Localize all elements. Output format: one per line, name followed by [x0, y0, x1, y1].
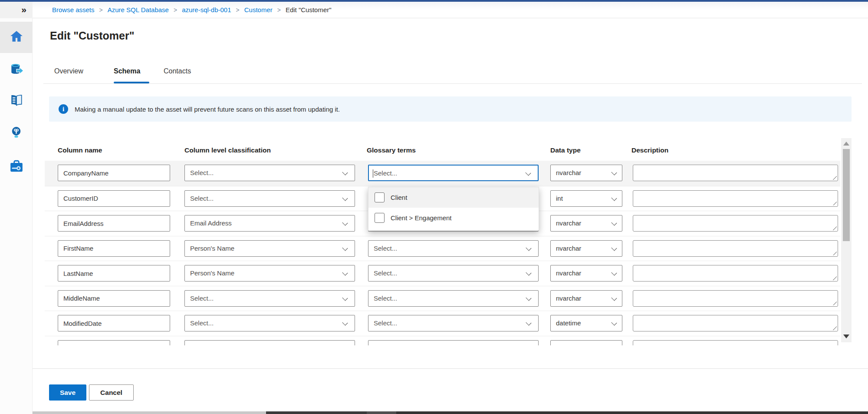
description-textarea[interactable]	[633, 290, 838, 307]
nav-item-home[interactable]	[0, 22, 33, 53]
chevron-down-icon	[526, 295, 531, 301]
data-type-select[interactable]	[550, 340, 622, 346]
glossary-option-client-engagement[interactable]: Client > Engagement	[368, 208, 539, 228]
info-banner: i Making a manual update to the asset wi…	[49, 96, 852, 122]
nav-expand-button[interactable]: »	[0, 2, 33, 18]
taskbar-sliver	[367, 411, 396, 414]
header-glossary-terms: Glossary terms	[367, 146, 416, 154]
column-name-input[interactable]	[58, 190, 170, 207]
classification-select[interactable]: Select...	[184, 190, 355, 207]
glossary-select[interactable]: Select...	[368, 315, 539, 331]
glossary-select[interactable]	[368, 340, 539, 346]
column-name-input[interactable]	[58, 340, 170, 346]
checkbox[interactable]	[375, 192, 385, 202]
glossary-select[interactable]: Select...	[368, 240, 539, 257]
chevron-down-icon	[611, 320, 617, 325]
breadcrumb-link-azure-sql-db-001[interactable]: azure-sql-db-001	[182, 6, 231, 13]
nav-item-management[interactable]	[0, 154, 33, 180]
lightbulb-icon	[10, 126, 23, 142]
data-type-select[interactable]: nvarchar	[550, 240, 622, 257]
chevron-down-icon	[526, 245, 531, 251]
open-book-icon	[9, 93, 24, 109]
column-name-input[interactable]	[58, 290, 170, 307]
column-name-input[interactable]	[58, 240, 170, 257]
table-row: Person's Name Select... nvarchar	[45, 261, 840, 286]
data-type-select[interactable]: int	[550, 190, 622, 207]
description-textarea[interactable]	[633, 265, 838, 282]
tab-contacts[interactable]: Contacts	[164, 67, 191, 82]
chevron-down-icon	[342, 245, 348, 251]
tabs-divider	[43, 83, 862, 84]
tab-overview[interactable]: Overview	[54, 67, 83, 82]
glossary-option-label: Client > Engagement	[391, 214, 452, 222]
chevron-down-icon	[611, 220, 617, 225]
chevron-down-icon	[611, 295, 617, 301]
glossary-dropdown-panel: Client Client > Engagement	[368, 187, 539, 231]
chevron-down-icon	[342, 169, 348, 175]
cancel-button[interactable]: Cancel	[89, 384, 134, 401]
description-textarea[interactable]	[633, 190, 838, 207]
toolbox-icon	[9, 159, 24, 175]
header-data-type: Data type	[550, 146, 581, 154]
column-name-input[interactable]	[58, 265, 170, 282]
data-type-select[interactable]: nvarchar	[550, 165, 622, 181]
scroll-up-arrow-icon[interactable]	[843, 142, 849, 146]
nav-item-glossary[interactable]	[0, 88, 33, 114]
scrollbar-thumb[interactable]	[843, 149, 850, 241]
breadcrumb-link-browse-assets[interactable]: Browse assets	[52, 6, 95, 13]
checkbox[interactable]	[375, 213, 385, 223]
database-arrow-icon	[9, 62, 24, 79]
glossary-select[interactable]: Select...	[368, 290, 539, 307]
table-row: Person's Name Select... nvarchar	[45, 236, 840, 261]
breadcrumb-separator: >	[174, 7, 177, 13]
description-textarea[interactable]	[633, 240, 838, 257]
chevron-down-icon	[526, 320, 531, 325]
table-scrollbar[interactable]	[841, 138, 852, 342]
column-name-input[interactable]	[58, 315, 170, 331]
chevron-down-icon	[611, 195, 617, 201]
table-row: Select... Select... datetime	[45, 311, 840, 336]
nav-item-insights[interactable]	[0, 121, 33, 147]
glossary-select[interactable]: Select...	[368, 265, 539, 282]
chevron-down-icon	[525, 170, 531, 176]
scroll-down-arrow-icon[interactable]	[843, 335, 849, 338]
breadcrumb-separator: >	[236, 7, 240, 13]
data-type-select[interactable]: nvarchar	[550, 215, 622, 232]
home-icon	[9, 29, 24, 46]
description-textarea[interactable]	[633, 215, 838, 232]
glossary-option-client[interactable]: Client	[368, 187, 539, 208]
chevron-down-icon	[526, 270, 531, 275]
chevron-down-icon	[611, 245, 617, 251]
description-textarea[interactable]	[633, 340, 838, 346]
column-name-input[interactable]	[58, 165, 170, 181]
header-column-name: Column name	[58, 146, 102, 154]
footer-divider	[33, 368, 868, 369]
nav-item-data-sources[interactable]	[0, 57, 33, 83]
data-type-select[interactable]: datetime	[550, 315, 622, 331]
tab-schema[interactable]: Schema	[114, 67, 140, 82]
classification-select[interactable]: Select...	[184, 290, 355, 307]
left-nav: »	[0, 2, 33, 414]
description-textarea[interactable]	[633, 315, 838, 331]
glossary-select[interactable]: Select...	[368, 165, 539, 181]
breadcrumb-link-customer[interactable]: Customer	[244, 6, 273, 13]
column-name-input[interactable]	[58, 215, 170, 232]
classification-select[interactable]	[184, 340, 355, 346]
breadcrumb: Browse assets > Azure SQL Database > azu…	[33, 2, 868, 18]
header-description: Description	[631, 146, 668, 154]
chevron-down-icon	[342, 270, 348, 275]
save-button[interactable]: Save	[49, 384, 86, 401]
breadcrumb-link-azure-sql-database[interactable]: Azure SQL Database	[108, 6, 169, 13]
data-type-select[interactable]: nvarchar	[550, 290, 622, 307]
classification-select[interactable]: Select...	[184, 315, 355, 331]
classification-select[interactable]: Person's Name	[184, 240, 355, 257]
classification-select[interactable]: Person's Name	[184, 265, 355, 282]
classification-select[interactable]: Email Address	[184, 215, 355, 232]
glossary-option-label: Client	[391, 194, 407, 201]
table-row: Select... Select... nvarchar	[45, 286, 840, 311]
breadcrumb-current: Edit "Customer"	[286, 6, 332, 13]
classification-select[interactable]: Select...	[184, 165, 355, 181]
data-type-select[interactable]: nvarchar	[550, 265, 622, 282]
taskbar-sliver	[11, 411, 266, 414]
description-textarea[interactable]	[633, 165, 838, 181]
